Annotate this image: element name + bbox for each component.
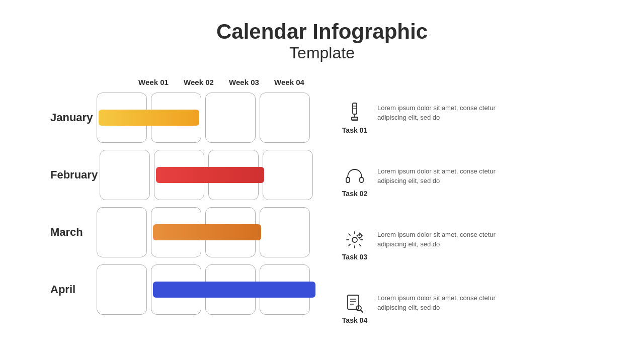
calendar-section: Week 01 Week 02 Week 03 Week 04 January … [45, 78, 312, 320]
calendar-row-january: January [45, 90, 312, 145]
svg-line-15 [361, 310, 363, 312]
task-icon-col-3: Task 03 [337, 229, 372, 261]
month-label-april: April [45, 283, 95, 296]
cell-apr-1 [97, 264, 147, 315]
cells-february [98, 148, 315, 202]
weeks-header: Week 01 Week 02 Week 03 Week 04 [131, 78, 312, 86]
title-line1: Calendar Infographic [216, 20, 428, 43]
task-1-label: Task 01 [342, 126, 367, 134]
task-item-3: Task 03 Lorem ipsum dolor sit amet, cons… [337, 227, 503, 281]
task-1-text: Lorem ipsum dolor sit amet, conse ctetur… [377, 100, 503, 123]
bar-february [156, 167, 264, 183]
task-icon-col-4: Task 04 [337, 292, 372, 324]
headphones-icon [344, 165, 366, 188]
settings-icon [344, 229, 366, 251]
cells-march [95, 205, 312, 259]
main-content: Week 01 Week 02 Week 03 Week 04 January … [45, 78, 599, 353]
svg-rect-7 [360, 177, 363, 183]
task-icon-col-1: Task 01 [337, 102, 372, 134]
calendar-row-february: February [45, 148, 312, 202]
month-label-january: January [45, 111, 95, 124]
week-label-4: Week 04 [267, 78, 312, 86]
month-label-february: February [45, 168, 98, 182]
week-label-3: Week 03 [221, 78, 267, 86]
cell-jan-3 [205, 93, 256, 143]
cells-january [95, 90, 312, 145]
task-3-label: Task 03 [342, 253, 367, 261]
paintbrush-icon [344, 102, 366, 124]
svg-rect-2 [352, 117, 358, 120]
svg-point-8 [352, 237, 357, 242]
task-icon-col-2: Task 02 [337, 165, 372, 198]
title-line2: Template [216, 43, 428, 62]
task-2-text: Lorem ipsum dolor sit amet, conse ctetur… [377, 163, 503, 186]
bar-april [153, 282, 315, 298]
cell-jan-4 [260, 93, 310, 143]
task-4-label: Task 04 [342, 316, 367, 324]
document-search-icon [344, 292, 366, 314]
calendar-row-march: March [45, 205, 312, 259]
svg-rect-10 [348, 295, 359, 309]
cell-feb-1 [100, 150, 150, 200]
week-label-1: Week 01 [131, 78, 176, 86]
cells-april [95, 262, 312, 317]
month-label-march: March [45, 226, 95, 239]
task-item-1: Task 01 Lorem ipsum dolor sit amet, cons… [337, 100, 503, 154]
bar-january [99, 110, 199, 126]
task-4-text: Lorem ipsum dolor sit amet, conse ctetur… [377, 290, 503, 313]
header: Calendar Infographic Template [216, 20, 428, 63]
bar-march [153, 224, 261, 240]
tasks-section: Task 01 Lorem ipsum dolor sit amet, cons… [337, 100, 503, 353]
task-item-4: Task 04 Lorem ipsum dolor sit amet, cons… [337, 290, 503, 344]
cell-mar-1 [97, 207, 147, 257]
cell-feb-4 [263, 150, 313, 200]
svg-rect-6 [346, 177, 350, 183]
task-item-2: Task 02 Lorem ipsum dolor sit amet, cons… [337, 163, 503, 218]
cell-mar-4 [260, 207, 310, 257]
task-3-text: Lorem ipsum dolor sit amet, conse ctetur… [377, 227, 503, 249]
calendar-row-april: April [45, 262, 312, 317]
task-2-label: Task 02 [342, 190, 367, 198]
week-label-2: Week 02 [176, 78, 221, 86]
